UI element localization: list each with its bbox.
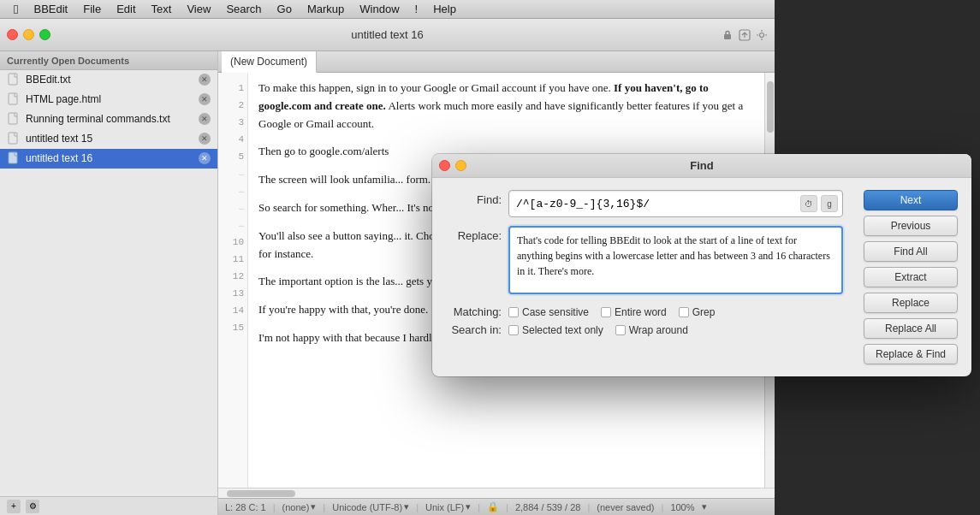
sidebar-item-untitled15[interactable]: untitled text 15 ✕ [0,129,217,149]
svg-rect-5 [9,113,17,124]
line-num-1: 1 [222,80,244,97]
previous-button[interactable]: Previous [864,216,958,236]
menu-file[interactable]: File [76,2,108,16]
find-all-button[interactable]: Find All [864,241,958,262]
share-icon[interactable] [739,29,751,41]
title-bar: untitled text 16 [0,19,775,51]
find-dialog-title: Find [690,159,713,172]
sidebar-header: Currently Open Documents [0,51,217,70]
status-zoom: 100% [670,502,694,512]
line-num-12: 12 [222,268,244,285]
find-main-area: Find: ⏱ g Replace: That's code for telli… [432,178,857,376]
scrollbar-h-thumb[interactable] [227,490,295,497]
gear-bottom-icon[interactable]: ⚙ [26,500,39,513]
replace-label: Replace: [446,226,502,242]
sidebar-item-untitled16[interactable]: untitled text 16 ✕ [0,149,217,169]
close-html-icon[interactable]: ✕ [199,93,211,105]
replace-find-button[interactable]: Replace & Find [864,344,958,364]
find-layout: Find: ⏱ g Replace: That's code for telli… [432,178,971,376]
selected-text-checkbox-group[interactable]: Selected text only [508,324,603,336]
close-button[interactable] [7,29,18,40]
sidebar-item-bbedit[interactable]: BBEdit.txt ✕ [0,70,217,90]
replace-all-button[interactable]: Replace All [864,318,958,339]
matching-row: Matching: Case sensitive Entire word [446,305,843,318]
grep-checkbox-group[interactable]: Grep [679,306,716,318]
window-controls [7,29,50,40]
svg-point-2 [760,33,764,37]
find-title-bar: Find [432,154,971,178]
close-bbedit-icon[interactable]: ✕ [199,74,211,86]
find-dialog: Find Find: ⏱ g Replace: [432,154,971,376]
find-body: Find: ⏱ g Replace: That's code for telli… [432,178,857,353]
add-document-icon[interactable]: + [7,500,21,513]
status-selection: (none) ▾ [282,501,317,512]
sidebar-item-terminal[interactable]: Running terminal commands.txt ✕ [0,110,217,129]
maximize-button[interactable] [39,29,50,40]
entire-word-checkbox[interactable] [601,307,611,317]
menu-view[interactable]: View [180,2,217,16]
entire-word-checkbox-group[interactable]: Entire word [601,306,667,318]
svg-rect-7 [9,152,17,163]
menu-edit[interactable]: Edit [110,2,142,16]
editor-tab-bar: (New Document) [218,51,775,73]
close-terminal-icon[interactable]: ✕ [199,113,211,125]
menu-hash[interactable]: ! [408,2,425,16]
find-window-controls [439,160,466,171]
case-sensitive-checkbox[interactable] [508,307,519,317]
settings-icon[interactable] [756,29,768,41]
svg-rect-3 [9,74,17,85]
apple-menu[interactable]:  [7,1,25,17]
status-stats: 2,884 / 539 / 28 [515,502,580,512]
search-in-checkboxes: Selected text only Wrap around [508,324,688,336]
sidebar-bottom: + ⚙ [0,496,217,515]
replace-button[interactable]: Replace [864,293,958,313]
status-save: (never saved) [597,502,654,512]
menu-window[interactable]: Window [353,2,406,16]
sidebar-item-html[interactable]: HTML page.html ✕ [0,90,217,110]
menu-help[interactable]: Help [426,2,463,16]
minimize-button[interactable] [23,29,34,40]
replace-input[interactable]: That's code for telling BBEdit to look a… [508,226,843,294]
wrap-around-checkbox[interactable] [615,325,626,335]
matching-checkboxes: Case sensitive Entire word Grep [508,306,715,318]
close-untitled15-icon[interactable]: ✕ [199,133,211,145]
menu-text[interactable]: Text [145,2,179,16]
find-input[interactable] [508,190,843,217]
find-options-icon[interactable]: g [821,195,838,212]
find-history-icon[interactable]: ⏱ [800,195,817,212]
horizontal-scrollbar[interactable] [218,488,775,498]
menu-go[interactable]: Go [270,2,299,16]
grep-checkbox[interactable] [679,307,689,317]
line-num-3: 3 [222,114,244,131]
line-num-15: 15 [222,319,244,336]
document-icon [7,132,21,145]
next-button[interactable]: Next [864,190,958,210]
find-close-button[interactable] [439,160,450,171]
editor-tab-new-doc[interactable]: (New Document) [222,51,317,73]
line-num-2: 2 [222,97,244,114]
selected-text-checkbox[interactable] [508,325,519,335]
selected-text-label: Selected text only [522,324,603,336]
sidebar: Currently Open Documents BBEdit.txt ✕ HT… [0,51,218,515]
find-input-icons: ⏱ g [800,195,838,212]
case-sensitive-label: Case sensitive [522,306,589,318]
find-minimize-button[interactable] [455,160,466,171]
line-num-9: … [222,216,244,234]
line-num-10: 10 [222,234,244,251]
window-title: untitled text 16 [351,28,424,41]
line-num-6: … [222,165,244,182]
line-numbers: 1 2 3 4 5 … … … … 10 11 12 13 14 15 [218,73,248,488]
menu-bbedit[interactable]: BBEdit [27,2,74,16]
status-line-col: L: 28 C: 1 [225,502,266,512]
menu-markup[interactable]: Markup [300,2,351,16]
wrap-around-checkbox-group[interactable]: Wrap around [615,324,688,336]
svg-rect-0 [724,34,731,39]
close-untitled16-icon[interactable]: ✕ [199,152,211,164]
status-lock: 🔒 [487,501,499,512]
wrap-around-label: Wrap around [629,324,688,336]
scrollbar-thumb[interactable] [767,81,774,133]
extract-button[interactable]: Extract [864,267,958,287]
case-sensitive-checkbox-group[interactable]: Case sensitive [508,306,589,318]
menu-search[interactable]: Search [219,2,268,16]
document-icon [7,92,21,106]
